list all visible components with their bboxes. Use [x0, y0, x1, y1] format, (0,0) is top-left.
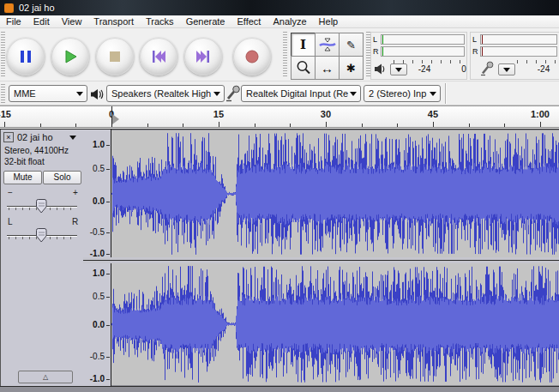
amplitude-label: -1.0	[82, 374, 105, 383]
draw-tool-icon: ✎	[346, 39, 356, 51]
amplitude-label: -0.5	[82, 227, 105, 237]
amplitude-label: 0.5	[82, 292, 105, 301]
pause-button[interactable]	[7, 38, 45, 75]
menu-item-edit[interactable]: Edit	[27, 15, 56, 27]
window-title: 02 jai ho	[19, 0, 55, 15]
menu-item-generate[interactable]: Generate	[180, 15, 231, 27]
gain-plus-label: +	[73, 188, 78, 197]
amplitude-tick	[106, 232, 110, 233]
recording-meter[interactable]: L R -24	[470, 32, 559, 80]
tools-toolbar-grip[interactable]	[283, 32, 287, 78]
stop-icon	[106, 48, 123, 65]
menu-item-effect[interactable]: Effect	[231, 15, 267, 27]
track-close-button[interactable]: ×	[3, 132, 14, 142]
playback-meter[interactable]: L R -24 0	[370, 32, 467, 80]
recording-meter-left-label: L	[472, 34, 480, 45]
track-collapse-button[interactable]: △	[18, 371, 73, 383]
track-format-line1: Stereo, 44100Hz	[4, 146, 69, 155]
solo-button[interactable]: Solo	[43, 171, 81, 184]
device-toolbar-grip[interactable]	[1, 84, 5, 103]
input-channels-value: 2 (Stereo) Inp	[369, 86, 426, 101]
time-shift-tool-icon: ↔	[321, 61, 334, 75]
playback-scale-minus24: -24	[418, 64, 430, 74]
play-button[interactable]	[51, 38, 89, 75]
timeline-tick	[326, 122, 327, 127]
record-button[interactable]	[233, 38, 271, 75]
stop-button[interactable]	[96, 38, 134, 75]
timeline-label: 45	[428, 109, 438, 119]
playhead-flag-icon[interactable]	[112, 114, 119, 124]
chevron-down-icon	[430, 92, 436, 96]
mute-button[interactable]: Mute	[3, 171, 42, 184]
multi-tool-icon: ✱	[346, 62, 356, 75]
gain-minus-label: −	[8, 188, 13, 197]
track-bottom-border	[0, 386, 559, 387]
recording-meter-left-bar	[480, 34, 557, 45]
envelope-tool-button[interactable]	[315, 33, 340, 57]
timeline-label: -15	[0, 109, 11, 119]
track-control-panel: × 02 jai ho Stereo, 44100Hz 32-bit float…	[0, 130, 83, 386]
recording-meter-right-label: R	[472, 46, 480, 57]
waveform-left-channel[interactable]	[111, 130, 559, 257]
menu-item-transport[interactable]: Transport	[87, 15, 140, 27]
track-format-line2: 32-bit float	[4, 157, 45, 166]
amplitude-label: 0.0	[82, 320, 105, 329]
toolbar-row-1: I ✎ ↔ ✱ L	[0, 28, 559, 81]
recording-scale-minus24: -24	[538, 64, 550, 74]
input-channels-select[interactable]: 2 (Stereo) Inp	[364, 85, 441, 102]
transport-toolbar-grip[interactable]	[1, 32, 5, 78]
playback-meter-dropdown[interactable]	[390, 63, 407, 75]
timeline-tick	[290, 124, 291, 127]
skip-to-end-button[interactable]	[184, 38, 222, 75]
timeline-tick	[362, 124, 363, 127]
menu-bar: File Edit View Transport Tracks Generate…	[0, 15, 559, 28]
track-area: × 02 jai ho Stereo, 44100Hz 32-bit float…	[0, 129, 559, 392]
timeline-label: 1:00	[531, 109, 550, 119]
amplitude-label: 1.0	[82, 140, 105, 149]
title-bar: 02 jai ho	[0, 0, 559, 15]
tools-toolbar: I ✎ ↔ ✱	[292, 33, 364, 80]
menu-item-view[interactable]: View	[56, 15, 88, 27]
amplitude-label: 0.0	[82, 196, 105, 206]
pan-right-label: R	[72, 217, 78, 226]
timeline-tick	[4, 122, 5, 127]
recording-meter-dropdown[interactable]	[498, 63, 515, 75]
amplitude-label: 0.5	[82, 164, 105, 173]
menu-item-analyze[interactable]: Analyze	[267, 15, 312, 27]
waveform-right-channel[interactable]	[111, 263, 559, 385]
multi-tool-button[interactable]: ✱	[339, 56, 364, 80]
timeline-ruler[interactable]: -1501530451:00	[0, 106, 559, 128]
host-select[interactable]: MME	[9, 85, 87, 102]
channel-separator	[83, 257, 559, 263]
chevron-down-icon	[76, 92, 83, 96]
device-toolbar: MME Speakers (Realtek High Realtek Digit…	[0, 82, 559, 106]
microphone-icon	[225, 85, 241, 103]
skip-to-start-button[interactable]	[140, 38, 177, 75]
gain-slider-thumb[interactable]	[36, 199, 47, 214]
timeline-tick	[255, 124, 255, 127]
pan-slider-thumb[interactable]	[36, 228, 47, 243]
time-shift-tool-button[interactable]: ↔	[315, 56, 340, 80]
playback-meter-right-label: R	[373, 46, 381, 57]
timeline-label: 30	[321, 109, 331, 119]
timeline-tick	[147, 124, 148, 127]
selection-tool-button[interactable]: I	[291, 33, 316, 57]
timeline-tick	[219, 122, 219, 127]
amplitude-tick	[106, 357, 110, 358]
input-device-select[interactable]: Realtek Digital Input (Re	[241, 85, 361, 102]
menu-item-tracks[interactable]: Tracks	[140, 15, 180, 27]
draw-tool-button[interactable]: ✎	[339, 33, 364, 57]
amplitude-tick	[106, 274, 110, 274]
output-device-select[interactable]: Speakers (Realtek High	[106, 85, 225, 102]
menu-item-file[interactable]: File	[0, 15, 27, 27]
amplitude-tick	[106, 202, 110, 202]
amplitude-tick	[106, 325, 110, 326]
amplitude-tick	[106, 379, 110, 380]
track-menu-dropdown[interactable]	[69, 136, 76, 140]
timeline-tick	[504, 124, 505, 127]
recording-meter-right-bar	[480, 46, 557, 57]
pause-icon	[17, 48, 34, 65]
zoom-tool-button[interactable]	[291, 56, 316, 80]
timeline-tick	[469, 124, 470, 127]
menu-item-help[interactable]: Help	[313, 15, 345, 27]
